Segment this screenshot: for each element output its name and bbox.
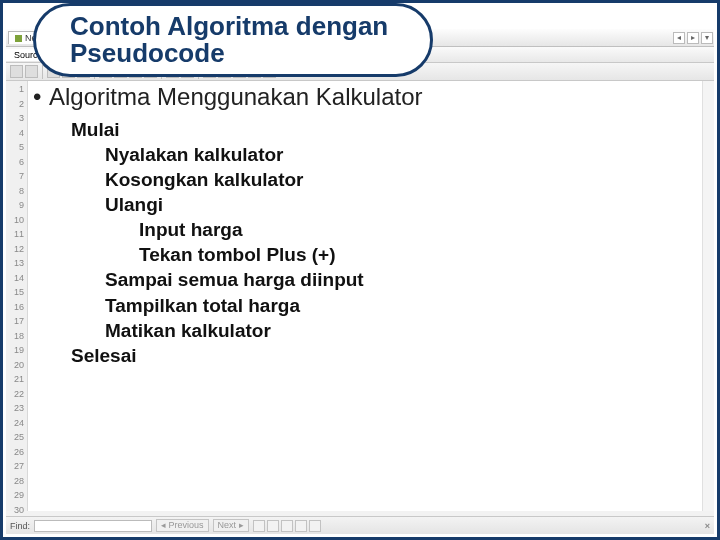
find-option-icon[interactable] — [253, 520, 265, 532]
bullet-icon: • — [33, 83, 49, 111]
line-number: 22 — [6, 387, 27, 402]
line-number: 9 — [6, 198, 27, 213]
find-close-icon[interactable]: × — [705, 521, 710, 531]
line-number: 6 — [6, 155, 27, 170]
line-number: 25 — [6, 430, 27, 445]
line-number: 19 — [6, 343, 27, 358]
line-number: 23 — [6, 401, 27, 416]
line-number: 30 — [6, 503, 27, 518]
line-number: 28 — [6, 474, 27, 489]
pseudo-line: Kosongkan kalkulator — [71, 167, 703, 192]
pseudo-line: Tampilkan total harga — [71, 293, 703, 318]
line-number: 4 — [6, 126, 27, 141]
line-number: 7 — [6, 169, 27, 184]
find-option-icon[interactable] — [309, 520, 321, 532]
pseudo-line: Input harga — [71, 217, 703, 242]
find-option-icon[interactable] — [281, 520, 293, 532]
slide-title: Contoh Algoritma dengan Pseudocode — [70, 13, 388, 68]
tab-scroll-right-icon[interactable]: ▸ — [687, 32, 699, 44]
find-input[interactable] — [34, 520, 152, 532]
slide-heading: •Algoritma Menggunakan Kalkulator — [33, 83, 703, 111]
tab-scroll-left-icon[interactable]: ◂ — [673, 32, 685, 44]
line-number: 5 — [6, 140, 27, 155]
line-number: 11 — [6, 227, 27, 242]
pseudocode-block: Mulai Nyalakan kalkulator Kosongkan kalk… — [71, 117, 703, 368]
line-gutter: 1234567891011121314151617181920212223242… — [6, 81, 28, 511]
line-number: 27 — [6, 459, 27, 474]
file-icon — [15, 35, 22, 42]
pseudo-line: Nyalakan kalkulator — [71, 142, 703, 167]
pseudo-line: Ulangi — [71, 192, 703, 217]
pseudo-line: Tekan tombol Plus (+) — [71, 242, 703, 267]
slide-title-bubble: Contoh Algoritma dengan Pseudocode — [33, 3, 433, 77]
line-number: 29 — [6, 488, 27, 503]
find-previous-button[interactable]: ◂ Previous — [156, 519, 209, 532]
error-stripe — [702, 81, 714, 511]
line-number: 26 — [6, 445, 27, 460]
line-number: 8 — [6, 184, 27, 199]
find-option-icon[interactable] — [295, 520, 307, 532]
pseudo-line: Mulai — [71, 117, 703, 142]
line-number: 15 — [6, 285, 27, 300]
find-next-button[interactable]: Next ▸ — [213, 519, 249, 532]
find-label: Find: — [10, 521, 30, 531]
toolbar-icon[interactable] — [25, 65, 38, 78]
pseudo-line: Selesai — [71, 343, 703, 368]
line-number: 21 — [6, 372, 27, 387]
line-number: 13 — [6, 256, 27, 271]
toolbar-icon[interactable] — [10, 65, 23, 78]
pseudo-line: Matikan kalkulator — [71, 318, 703, 343]
tab-menu-icon[interactable]: ▾ — [701, 32, 713, 44]
find-bar: Find: ◂ Previous Next ▸ × — [6, 516, 714, 534]
line-number: 1 — [6, 82, 27, 97]
line-number: 10 — [6, 213, 27, 228]
line-number: 14 — [6, 271, 27, 286]
line-number: 20 — [6, 358, 27, 373]
slide-content: •Algoritma Menggunakan Kalkulator Mulai … — [33, 83, 703, 368]
line-number: 18 — [6, 329, 27, 344]
line-number: 2 — [6, 97, 27, 112]
line-number: 12 — [6, 242, 27, 257]
line-number: 16 — [6, 300, 27, 315]
find-option-icon[interactable] — [267, 520, 279, 532]
pseudo-line: Sampai semua harga diinput — [71, 267, 703, 292]
line-number: 3 — [6, 111, 27, 126]
line-number: 24 — [6, 416, 27, 431]
line-number: 17 — [6, 314, 27, 329]
